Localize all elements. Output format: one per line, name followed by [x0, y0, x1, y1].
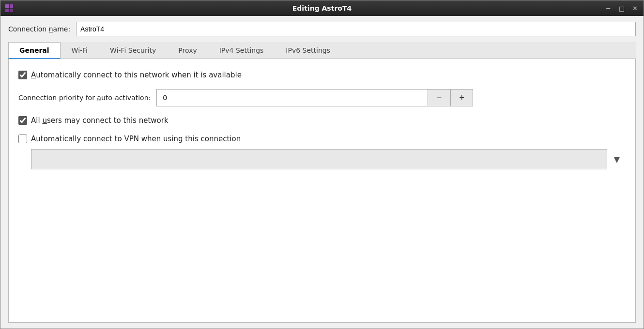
vpn-row: Automatically connect to VPN when using … [18, 135, 626, 143]
svg-rect-1 [10, 4, 13, 8]
svg-rect-2 [5, 9, 9, 12]
tab-ipv4-settings[interactable]: IPv4 Settings [208, 42, 275, 59]
svg-rect-0 [5, 4, 9, 8]
auto-connect-label[interactable]: Automatically connect to this network wh… [31, 71, 242, 79]
priority-row: Connection priority for auto-activation:… [18, 89, 626, 106]
priority-label: Connection priority for auto-activation: [18, 94, 151, 102]
auto-connect-checkbox[interactable] [18, 71, 27, 79]
vpn-label[interactable]: Automatically connect to VPN when using … [31, 135, 241, 143]
vpn-checkbox[interactable] [18, 135, 27, 143]
close-button[interactable]: ✕ [630, 5, 640, 12]
tab-wifi[interactable]: Wi-Fi [61, 42, 99, 59]
vpn-select[interactable] [31, 149, 607, 169]
priority-increment-button[interactable]: + [450, 90, 473, 106]
vpn-select-arrow-icon: ▼ [614, 155, 620, 164]
window-controls: − □ ✕ [604, 5, 640, 12]
priority-decrement-button[interactable]: − [428, 90, 450, 106]
priority-input-group: 0 − + [156, 89, 473, 106]
minimize-button[interactable]: − [604, 5, 613, 12]
all-users-label[interactable]: All users may connect to this network [31, 116, 169, 125]
all-users-row: All users may connect to this network [18, 116, 626, 125]
tabs-container: General Wi-Fi Wi-Fi Security Proxy IPv4 … [8, 42, 636, 59]
all-users-checkbox[interactable] [18, 116, 27, 125]
window-title: Editing AstroT4 [292, 4, 352, 12]
tab-proxy[interactable]: Proxy [167, 42, 208, 59]
tab-content-general: Automatically connect to this network wh… [8, 59, 636, 323]
connection-name-input[interactable] [76, 22, 636, 36]
connection-name-label: Connection name: [8, 25, 70, 33]
tab-wifi-security[interactable]: Wi-Fi Security [99, 42, 167, 59]
titlebar-left [4, 3, 14, 13]
titlebar: Editing AstroT4 − □ ✕ [0, 0, 644, 16]
priority-value: 0 [157, 90, 428, 106]
auto-connect-row: Automatically connect to this network wh… [18, 71, 626, 79]
connection-name-row: Connection name: [8, 22, 636, 36]
tab-general[interactable]: General [8, 42, 61, 59]
main-window: Editing AstroT4 − □ ✕ Connection name: G… [0, 0, 644, 329]
app-icon [4, 3, 14, 13]
tab-ipv6-settings[interactable]: IPv6 Settings [275, 42, 341, 59]
content-area: Connection name: General Wi-Fi Wi-Fi Sec… [0, 16, 644, 329]
svg-rect-3 [10, 9, 13, 12]
maximize-button[interactable]: □ [617, 5, 627, 12]
vpn-select-wrapper: ▼ [31, 149, 626, 169]
